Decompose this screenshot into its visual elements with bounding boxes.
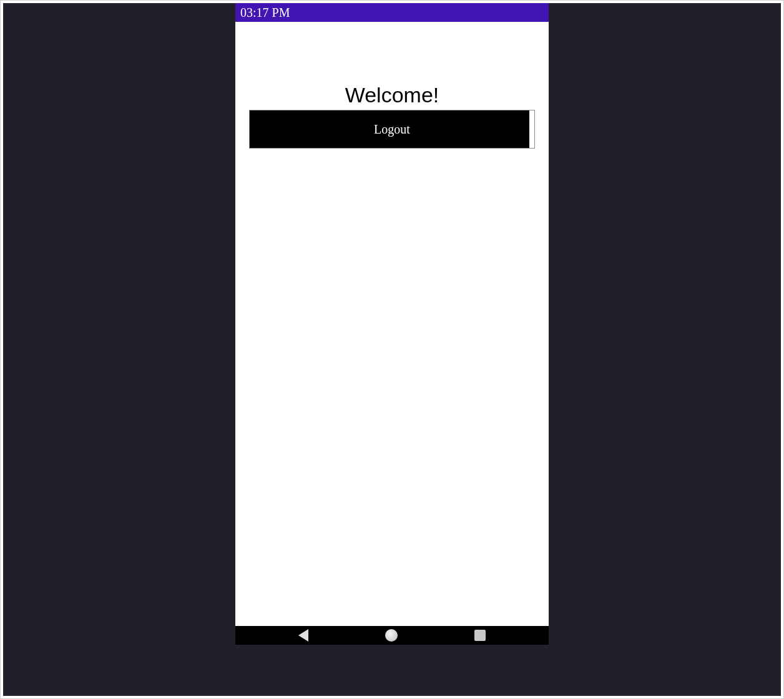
welcome-title: Welcome! <box>249 83 535 107</box>
app-content: Welcome! Logout <box>235 22 549 626</box>
recent-apps-icon[interactable] <box>474 630 486 641</box>
logout-button[interactable]: Logout <box>249 110 535 149</box>
home-icon[interactable] <box>385 629 398 642</box>
status-time: 03:17 PM <box>240 6 290 20</box>
status-bar: 03:17 PM <box>235 3 549 22</box>
device-background: 03:17 PM Welcome! Logout <box>3 3 781 696</box>
phone-frame: 03:17 PM Welcome! Logout <box>235 3 549 645</box>
logout-button-label: Logout <box>374 122 410 137</box>
back-icon[interactable] <box>298 629 308 642</box>
android-nav-bar <box>235 626 549 645</box>
outer-frame: 03:17 PM Welcome! Logout <box>0 0 784 699</box>
